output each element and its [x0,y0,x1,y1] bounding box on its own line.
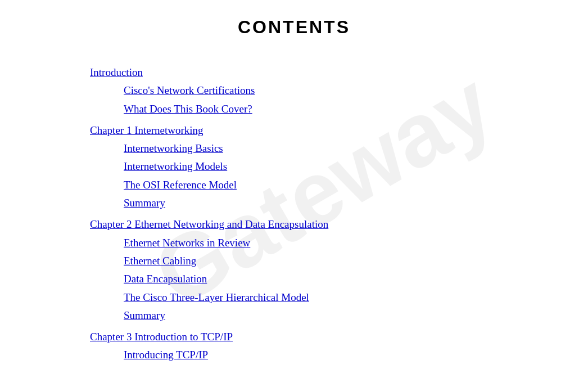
toc-item-eth-review[interactable]: Ethernet Networks in Review [124,234,498,252]
toc-item-intro-tcpip[interactable]: Introducing TCP/IP [124,346,498,364]
toc-container: IntroductionCisco's Network Certificatio… [90,60,498,364]
toc-item-eth-cabling[interactable]: Ethernet Cabling [124,252,498,270]
toc-item-inet-models[interactable]: Internetworking Models [124,158,498,176]
toc-item-inet-basics[interactable]: Internetworking Basics [124,140,498,158]
toc-item-ch1-summary[interactable]: Summary [124,194,498,212]
toc-item-intro[interactable]: Introduction [90,64,498,82]
toc-item-ch3[interactable]: Chapter 3 Introduction to TCP/IP [90,328,498,346]
toc-item-osi-ref[interactable]: The OSI Reference Model [124,176,498,194]
toc-item-ch2-summary[interactable]: Summary [124,307,498,325]
toc-item-what-book-cover[interactable]: What Does This Book Cover? [124,100,498,118]
toc-item-cisco-certs[interactable]: Cisco's Network Certifications [124,82,498,100]
toc-item-cisco-3layer[interactable]: The Cisco Three-Layer Hierarchical Model [124,289,498,307]
toc-item-ch1[interactable]: Chapter 1 Internetworking [90,122,498,140]
page-title: CONTENTS [90,11,498,38]
toc-item-data-encap[interactable]: Data Encapsulation [124,270,498,288]
toc-item-ch2[interactable]: Chapter 2 Ethernet Networking and Data E… [90,215,498,233]
page-container: CONTENTS IntroductionCisco's Network Cer… [0,0,588,376]
